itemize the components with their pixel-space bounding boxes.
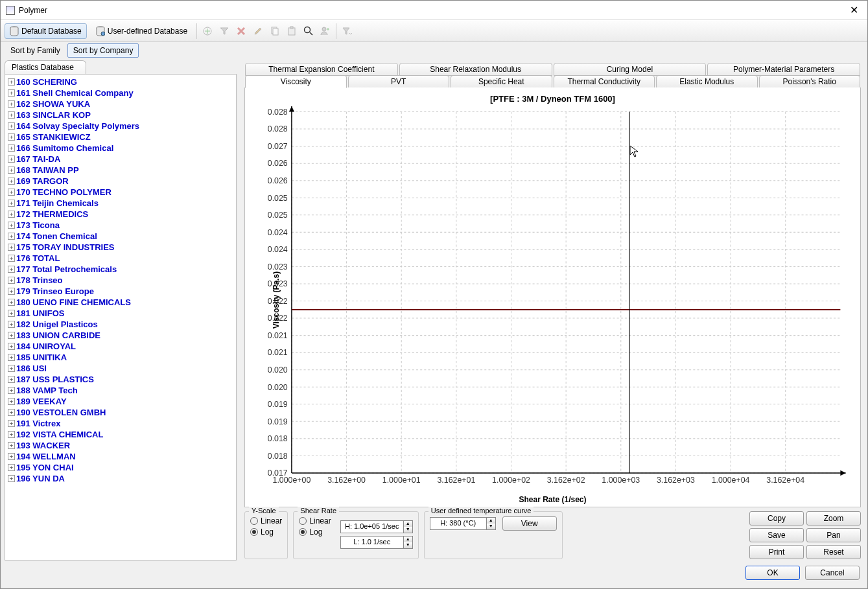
tree-item[interactable]: +189 VEEKAY [5,396,236,407]
expand-icon[interactable]: + [8,255,15,262]
spin-down-icon[interactable]: ▼ [487,524,495,529]
tree[interactable]: +160 SCHERING+161 Shell Chemical Company… [5,75,236,560]
shear-high-spinner[interactable]: H: 1.0e+05 1/sec ▲▼ [340,520,413,533]
yscale-log-radio[interactable]: Log [250,527,282,537]
expand-icon[interactable]: + [8,89,15,97]
shear-low-spinner[interactable]: L: 1.0 1/sec ▲▼ [340,536,413,549]
expand-icon[interactable]: + [8,156,15,163]
tree-item[interactable]: +181 UNIFOS [5,308,236,319]
tree-item[interactable]: +187 USS PLASTICS [5,374,236,385]
tree-item[interactable]: +190 VESTOLEN GMBH [5,407,236,418]
view-button[interactable]: View [502,516,557,531]
tree-item[interactable]: +175 TORAY INDUSTRIES [5,242,236,253]
tree-item[interactable]: +188 VAMP Tech [5,385,236,396]
copy-icon[interactable] [268,25,281,38]
temp-spinner[interactable]: H: 380 (°C) ▲▼ [430,517,496,530]
add-icon[interactable] [201,25,214,38]
tree-item[interactable]: +192 VISTA CHEMICAL [5,429,236,440]
shear-log-radio[interactable]: Log [299,527,331,537]
tree-item[interactable]: +183 UNION CARBIDE [5,330,236,341]
tab[interactable]: Viscosity [245,75,347,88]
spin-down-icon[interactable]: ▼ [404,542,412,548]
tab[interactable]: Elastic Modulus [656,75,758,88]
plot[interactable]: Viscosity (Pa.s) 1.000e+003.162e+001.000… [252,106,854,494]
tree-item[interactable]: +162 SHOWA YUKA [5,98,236,110]
sort-by-family-button[interactable]: Sort by Family [5,43,66,58]
tree-item[interactable]: +194 WELLMAN [5,451,236,462]
expand-icon[interactable]: + [8,431,15,438]
tree-item[interactable]: +166 Sumitomo Chemical [5,143,236,154]
tree-item[interactable]: +173 Ticona [5,220,236,231]
expand-icon[interactable]: + [8,189,15,196]
expand-icon[interactable]: + [8,343,15,350]
tree-item[interactable]: +167 TAI-DA [5,154,236,165]
expand-icon[interactable]: + [8,365,15,372]
user-add-icon[interactable] [319,25,332,38]
spin-up-icon[interactable]: ▲ [487,518,495,524]
spin-up-icon[interactable]: ▲ [404,537,412,542]
paste-icon[interactable] [285,25,298,38]
tree-item[interactable]: +176 TOTAL [5,253,236,264]
expand-icon[interactable]: + [8,332,15,339]
delete-icon[interactable] [235,25,248,38]
expand-icon[interactable]: + [8,122,15,130]
tree-item[interactable]: +170 TECHNO POLYMER [5,187,236,198]
tree-item[interactable]: +171 Teijin Chemicals [5,198,236,209]
yscale-linear-radio[interactable]: Linear [250,516,282,525]
edit-icon[interactable] [252,25,264,38]
user-database-button[interactable]: User-defined Database [91,23,193,39]
tree-item[interactable]: +193 WACKER [5,440,236,451]
pan-button[interactable]: Pan [806,528,861,542]
expand-icon[interactable]: + [8,376,15,383]
zoom-button[interactable]: Zoom [806,511,861,525]
tree-item[interactable]: +195 YON CHAI [5,462,236,473]
expand-icon[interactable]: + [8,167,15,174]
expand-icon[interactable]: + [8,244,15,251]
tree-tab[interactable]: Plastics Database [5,60,86,74]
tree-item[interactable]: +180 UENO FINE CHEMICALS [5,297,236,308]
tree-item[interactable]: +184 UNIROYAL [5,341,236,352]
tab[interactable]: Specific Heat [451,75,552,88]
expand-icon[interactable]: + [8,78,15,86]
expand-icon[interactable]: + [8,111,15,119]
expand-icon[interactable]: + [8,464,15,471]
tree-item[interactable]: +196 YUN DA [5,473,236,484]
tab[interactable]: Thermal Expansion Coefficient [245,63,398,76]
expand-icon[interactable]: + [8,310,15,317]
expand-icon[interactable]: + [8,266,15,273]
default-database-button[interactable]: Default Database [5,23,87,39]
tree-item[interactable]: +191 Victrex [5,418,236,429]
cancel-button[interactable]: Cancel [805,566,860,580]
expand-icon[interactable]: + [8,354,15,361]
expand-icon[interactable]: + [8,398,15,405]
tree-item[interactable]: +164 Solvay Specialty Polymers [5,121,236,132]
tree-item[interactable]: +177 Total Petrochemicals [5,264,236,275]
expand-icon[interactable]: + [8,100,15,108]
close-icon[interactable]: ✕ [846,4,862,16]
expand-icon[interactable]: + [8,321,15,328]
tree-item[interactable]: +168 TAIWAN PP [5,165,236,176]
search-icon[interactable] [302,25,315,38]
expand-icon[interactable]: + [8,299,15,306]
tree-item[interactable]: +186 USI [5,363,236,374]
tree-item[interactable]: +179 Trinseo Europe [5,286,236,297]
tree-item[interactable]: +161 Shell Chemical Company [5,87,236,98]
ok-button[interactable]: OK [745,566,800,580]
tab[interactable]: Curing Model [554,63,707,76]
expand-icon[interactable]: + [8,211,15,218]
spin-up-icon[interactable]: ▲ [404,521,412,527]
expand-icon[interactable]: + [8,288,15,295]
expand-icon[interactable]: + [8,420,15,427]
tree-item[interactable]: +165 STANKIEWICZ [5,132,236,143]
tree-item[interactable]: +172 THERMEDICS [5,209,236,220]
sort-by-company-button[interactable]: Sort by Company [67,43,139,58]
spin-down-icon[interactable]: ▼ [404,527,412,533]
filter-icon[interactable] [218,25,231,38]
expand-icon[interactable]: + [8,475,15,482]
expand-icon[interactable]: + [8,409,15,416]
tab[interactable]: Shear Relaxation Modulus [399,63,552,76]
expand-icon[interactable]: + [8,387,15,394]
tree-item[interactable]: +185 UNITIKA [5,352,236,363]
tab[interactable]: Poisson's Ratio [759,75,861,88]
expand-icon[interactable]: + [8,222,15,229]
